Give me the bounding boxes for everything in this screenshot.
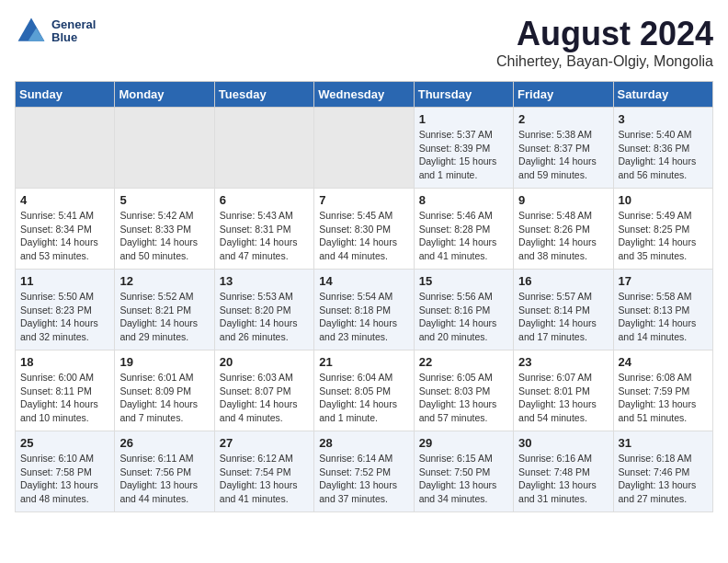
column-header-monday: Monday (115, 82, 214, 108)
day-info: Sunrise: 5:58 AM Sunset: 8:13 PM Dayligh… (619, 290, 708, 344)
day-number: 1 (419, 112, 508, 126)
calendar-cell: 4Sunrise: 5:41 AM Sunset: 8:34 PM Daylig… (16, 189, 115, 270)
calendar-cell: 23Sunrise: 6:07 AM Sunset: 8:01 PM Dayli… (514, 350, 613, 431)
day-info: Sunrise: 5:53 AM Sunset: 8:20 PM Dayligh… (220, 290, 309, 344)
column-header-saturday: Saturday (613, 82, 712, 108)
day-number: 2 (518, 112, 608, 126)
calendar-cell: 16Sunrise: 5:57 AM Sunset: 8:14 PM Dayli… (514, 270, 613, 350)
day-info: Sunrise: 5:40 AM Sunset: 8:36 PM Dayligh… (619, 128, 708, 182)
day-number: 3 (619, 112, 708, 126)
day-number: 16 (518, 274, 608, 288)
calendar-cell: 13Sunrise: 5:53 AM Sunset: 8:20 PM Dayli… (214, 270, 313, 350)
logo-line2: Blue (51, 31, 96, 44)
calendar-cell: 5Sunrise: 5:42 AM Sunset: 8:33 PM Daylig… (115, 189, 214, 270)
calendar-cell: 18Sunrise: 6:00 AM Sunset: 8:11 PM Dayli… (16, 350, 115, 431)
calendar-cell: 6Sunrise: 5:43 AM Sunset: 8:31 PM Daylig… (214, 189, 313, 270)
calendar-cell: 26Sunrise: 6:11 AM Sunset: 7:56 PM Dayli… (115, 431, 214, 512)
week-row: 11Sunrise: 5:50 AM Sunset: 8:23 PM Dayli… (16, 270, 713, 350)
column-header-tuesday: Tuesday (214, 82, 313, 108)
day-number: 15 (419, 274, 508, 288)
day-number: 17 (619, 274, 708, 288)
week-row: 1Sunrise: 5:37 AM Sunset: 8:39 PM Daylig… (16, 108, 713, 189)
day-info: Sunrise: 6:10 AM Sunset: 7:58 PM Dayligh… (20, 452, 109, 506)
day-number: 26 (119, 436, 209, 450)
day-number: 6 (220, 193, 309, 207)
day-info: Sunrise: 6:01 AM Sunset: 8:09 PM Dayligh… (119, 371, 209, 425)
day-info: Sunrise: 5:38 AM Sunset: 8:37 PM Dayligh… (518, 128, 608, 182)
calendar-cell: 31Sunrise: 6:18 AM Sunset: 7:46 PM Dayli… (613, 431, 712, 512)
day-number: 31 (619, 436, 708, 450)
day-info: Sunrise: 5:41 AM Sunset: 8:34 PM Dayligh… (20, 209, 109, 263)
calendar-cell: 1Sunrise: 5:37 AM Sunset: 8:39 PM Daylig… (414, 108, 513, 189)
calendar-table: SundayMondayTuesdayWednesdayThursdayFrid… (15, 81, 713, 512)
subtitle: Chihertey, Bayan-Olgiy, Mongolia (496, 53, 713, 70)
day-info: Sunrise: 5:43 AM Sunset: 8:31 PM Dayligh… (220, 209, 309, 263)
day-number: 14 (319, 274, 408, 288)
page-header: General Blue August 2024 Chihertey, Baya… (15, 15, 713, 70)
day-info: Sunrise: 5:46 AM Sunset: 8:28 PM Dayligh… (419, 209, 508, 263)
column-header-thursday: Thursday (414, 82, 513, 108)
day-number: 24 (619, 355, 708, 369)
day-info: Sunrise: 6:18 AM Sunset: 7:46 PM Dayligh… (619, 452, 708, 506)
title-block: August 2024 Chihertey, Bayan-Olgiy, Mong… (496, 15, 713, 70)
calendar-cell: 19Sunrise: 6:01 AM Sunset: 8:09 PM Dayli… (115, 350, 214, 431)
day-number: 20 (220, 355, 309, 369)
week-row: 25Sunrise: 6:10 AM Sunset: 7:58 PM Dayli… (16, 431, 713, 512)
day-number: 25 (20, 436, 109, 450)
logo-line1: General (51, 18, 96, 31)
calendar-cell: 3Sunrise: 5:40 AM Sunset: 8:36 PM Daylig… (613, 108, 712, 189)
day-info: Sunrise: 5:56 AM Sunset: 8:16 PM Dayligh… (419, 290, 508, 344)
calendar-cell: 25Sunrise: 6:10 AM Sunset: 7:58 PM Dayli… (16, 431, 115, 512)
day-info: Sunrise: 5:45 AM Sunset: 8:30 PM Dayligh… (319, 209, 408, 263)
day-number: 8 (419, 193, 508, 207)
calendar-cell: 29Sunrise: 6:15 AM Sunset: 7:50 PM Dayli… (414, 431, 513, 512)
day-number: 23 (518, 355, 608, 369)
calendar-cell: 15Sunrise: 5:56 AM Sunset: 8:16 PM Dayli… (414, 270, 513, 350)
column-header-wednesday: Wednesday (314, 82, 414, 108)
day-info: Sunrise: 5:37 AM Sunset: 8:39 PM Dayligh… (419, 128, 508, 182)
day-number: 30 (518, 436, 608, 450)
day-number: 4 (20, 193, 109, 207)
day-number: 27 (220, 436, 309, 450)
day-number: 22 (419, 355, 508, 369)
calendar-cell: 24Sunrise: 6:08 AM Sunset: 7:59 PM Dayli… (613, 350, 712, 431)
calendar-cell: 28Sunrise: 6:14 AM Sunset: 7:52 PM Dayli… (314, 431, 414, 512)
calendar-cell: 22Sunrise: 6:05 AM Sunset: 8:03 PM Dayli… (414, 350, 513, 431)
day-info: Sunrise: 6:08 AM Sunset: 7:59 PM Dayligh… (619, 371, 708, 425)
day-info: Sunrise: 6:15 AM Sunset: 7:50 PM Dayligh… (419, 452, 508, 506)
week-row: 4Sunrise: 5:41 AM Sunset: 8:34 PM Daylig… (16, 189, 713, 270)
day-number: 18 (20, 355, 109, 369)
logo-icon (15, 15, 48, 48)
calendar-cell: 17Sunrise: 5:58 AM Sunset: 8:13 PM Dayli… (613, 270, 712, 350)
day-number: 28 (319, 436, 408, 450)
day-info: Sunrise: 6:00 AM Sunset: 8:11 PM Dayligh… (20, 371, 109, 425)
day-info: Sunrise: 5:57 AM Sunset: 8:14 PM Dayligh… (518, 290, 608, 344)
day-info: Sunrise: 6:03 AM Sunset: 8:07 PM Dayligh… (220, 371, 309, 425)
day-info: Sunrise: 6:16 AM Sunset: 7:48 PM Dayligh… (518, 452, 608, 506)
week-row: 18Sunrise: 6:00 AM Sunset: 8:11 PM Dayli… (16, 350, 713, 431)
day-number: 5 (119, 193, 209, 207)
calendar-cell (115, 108, 214, 189)
day-info: Sunrise: 6:14 AM Sunset: 7:52 PM Dayligh… (319, 452, 408, 506)
day-number: 12 (119, 274, 209, 288)
day-number: 10 (619, 193, 708, 207)
day-info: Sunrise: 5:54 AM Sunset: 8:18 PM Dayligh… (319, 290, 408, 344)
calendar-cell: 30Sunrise: 6:16 AM Sunset: 7:48 PM Dayli… (514, 431, 613, 512)
logo-text: General Blue (51, 18, 96, 45)
day-number: 29 (419, 436, 508, 450)
calendar-cell: 10Sunrise: 5:49 AM Sunset: 8:25 PM Dayli… (613, 189, 712, 270)
calendar-cell: 8Sunrise: 5:46 AM Sunset: 8:28 PM Daylig… (414, 189, 513, 270)
day-number: 11 (20, 274, 109, 288)
day-info: Sunrise: 6:11 AM Sunset: 7:56 PM Dayligh… (119, 452, 209, 506)
calendar-cell (214, 108, 313, 189)
day-info: Sunrise: 5:49 AM Sunset: 8:25 PM Dayligh… (619, 209, 708, 263)
calendar-cell: 11Sunrise: 5:50 AM Sunset: 8:23 PM Dayli… (16, 270, 115, 350)
day-info: Sunrise: 6:12 AM Sunset: 7:54 PM Dayligh… (220, 452, 309, 506)
day-number: 13 (220, 274, 309, 288)
day-info: Sunrise: 5:52 AM Sunset: 8:21 PM Dayligh… (119, 290, 209, 344)
day-number: 21 (319, 355, 408, 369)
calendar-cell: 27Sunrise: 6:12 AM Sunset: 7:54 PM Dayli… (214, 431, 313, 512)
logo: General Blue (15, 15, 96, 48)
header-row: SundayMondayTuesdayWednesdayThursdayFrid… (16, 82, 713, 108)
calendar-cell: 20Sunrise: 6:03 AM Sunset: 8:07 PM Dayli… (214, 350, 313, 431)
